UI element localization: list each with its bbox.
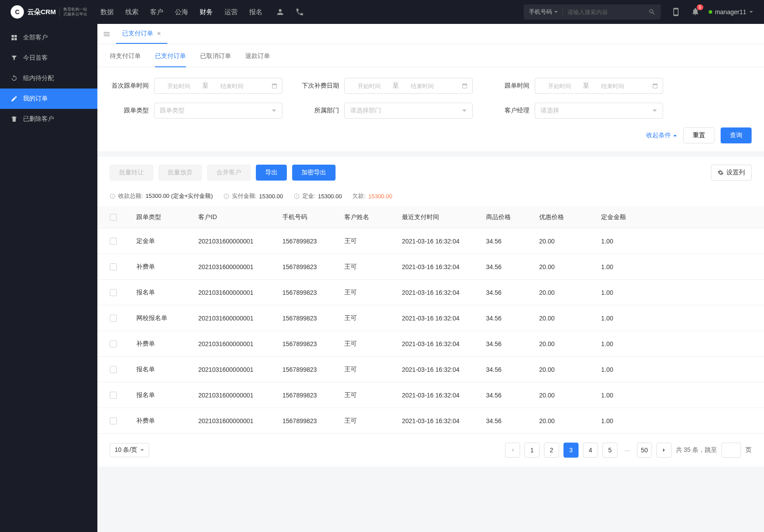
select-all-checkbox[interactable] <box>110 214 117 221</box>
jump-page-input[interactable] <box>722 443 741 458</box>
date-start-input[interactable] <box>540 83 579 89</box>
search-group[interactable]: 手机号码 <box>524 4 661 19</box>
prev-page-button[interactable] <box>505 443 520 458</box>
batch-transfer-button[interactable]: 批量转让 <box>110 165 153 181</box>
date-end-input[interactable] <box>593 83 633 89</box>
table-row[interactable]: 报名单 2021031600000001 1567899823 王可 2021-… <box>97 382 764 408</box>
notification-bell[interactable]: 5 <box>691 7 700 17</box>
logo[interactable]: C 云朵CRM 教育机构一站 式服务云平台 <box>11 5 87 19</box>
date-end-input[interactable] <box>402 83 442 89</box>
sub-tab[interactable]: 已支付订单 <box>155 52 186 67</box>
user-icon[interactable] <box>276 8 285 16</box>
filter-label: 跟单类型 <box>110 107 149 115</box>
row-checkbox[interactable] <box>110 315 117 322</box>
sidebar-item[interactable]: 已删除客户 <box>0 109 97 129</box>
sub-tab[interactable]: 退款订单 <box>245 52 270 67</box>
sidebar-item[interactable]: 今日首客 <box>0 48 97 68</box>
set-columns-button[interactable]: 设置列 <box>711 165 752 181</box>
sidebar-item-label: 今日首客 <box>23 54 48 62</box>
reset-button[interactable]: 重置 <box>683 127 714 143</box>
menu-toggle-icon[interactable] <box>103 30 111 38</box>
col-header: 跟单类型 <box>136 213 198 221</box>
date-range-input[interactable]: 至 <box>154 78 282 94</box>
sub-tab[interactable]: 已取消订单 <box>200 52 231 67</box>
date-start-input[interactable] <box>159 83 199 89</box>
table-row[interactable]: 补费单 2021031600000001 1567899823 王可 2021-… <box>97 254 764 280</box>
table-row[interactable]: 报名单 2021031600000001 1567899823 王可 2021-… <box>97 357 764 382</box>
summary-value: 15300.00 <box>259 193 283 200</box>
user-menu[interactable]: manager11 <box>709 8 753 15</box>
close-icon[interactable]: ✕ <box>157 31 161 37</box>
search-input[interactable] <box>563 9 648 15</box>
collapse-filters-link[interactable]: 收起条件 <box>646 131 677 139</box>
page-button[interactable]: 1 <box>525 443 540 458</box>
table-row[interactable]: 补费单 2021031600000001 1567899823 王可 2021-… <box>97 408 764 434</box>
row-checkbox[interactable] <box>110 340 117 347</box>
row-checkbox[interactable] <box>110 392 117 399</box>
cell-type: 补费单 <box>136 263 198 271</box>
page-button[interactable]: 4 <box>583 443 598 458</box>
cell-price: 34.56 <box>486 263 539 270</box>
filter-label: 客户经理 <box>490 107 529 115</box>
summary-bar: 收款总额: 15300.00 (定金+实付金额) 实付金额: 15300.00 … <box>97 187 764 206</box>
date-end-input[interactable] <box>212 83 252 89</box>
row-checkbox[interactable] <box>110 238 117 245</box>
col-header: 定金金额 <box>601 213 654 221</box>
page-button[interactable]: 2 <box>544 443 559 458</box>
follow-type-select[interactable]: 跟单类型 <box>154 103 282 119</box>
file-tab[interactable]: 已支付订单 ✕ <box>116 24 167 44</box>
cell-type: 报名单 <box>136 391 198 399</box>
col-header: 优惠价格 <box>539 213 601 221</box>
nav-item[interactable]: 线索 <box>125 8 139 16</box>
table-row[interactable]: 补费单 2021031600000001 1567899823 王可 2021-… <box>97 331 764 357</box>
sidebar-item-label: 组内待分配 <box>23 74 54 82</box>
sub-tab[interactable]: 待支付订单 <box>110 52 141 67</box>
query-button[interactable]: 查询 <box>721 127 752 143</box>
cell-deposit: 1.00 <box>601 289 654 296</box>
date-start-input[interactable] <box>349 83 389 89</box>
table-row[interactable]: 定金单 2021031600000001 1567899823 王可 2021-… <box>97 228 764 254</box>
nav-item[interactable]: 财务 <box>200 8 213 16</box>
search-type-select[interactable]: 手机号码 <box>529 8 563 16</box>
row-checkbox[interactable] <box>110 289 117 296</box>
page-button-last[interactable]: 50 <box>637 443 652 458</box>
nav-item[interactable]: 公海 <box>175 8 188 16</box>
sidebar-item[interactable]: 我的订单 <box>0 89 97 109</box>
row-checkbox[interactable] <box>110 366 117 373</box>
date-sep: 至 <box>579 82 593 90</box>
merge-customer-button[interactable]: 合并客户 <box>207 165 251 181</box>
batch-abandon-button[interactable]: 批量放弃 <box>158 165 202 181</box>
nav-item[interactable]: 运营 <box>224 8 238 16</box>
nav-item[interactable]: 客户 <box>150 8 163 16</box>
nav-item[interactable]: 数据 <box>100 8 114 16</box>
summary-value: 15300.00 (定金+实付金额) <box>146 192 213 200</box>
date-range-input[interactable]: 至 <box>535 78 663 94</box>
cell-customer-id: 2021031600000001 <box>198 263 282 270</box>
phone-icon[interactable] <box>295 8 304 16</box>
next-page-button[interactable] <box>656 443 671 458</box>
row-checkbox[interactable] <box>110 417 117 424</box>
refresh-icon <box>11 75 18 82</box>
search-icon[interactable] <box>648 8 656 15</box>
export-button[interactable]: 导出 <box>256 165 287 181</box>
filter-label: 下次补费日期 <box>300 82 339 90</box>
cell-last-paid: 2021-03-16 16:32:04 <box>402 238 486 245</box>
cell-phone: 1567899823 <box>282 417 344 424</box>
manager-select[interactable]: 请选择 <box>535 103 663 119</box>
page-button[interactable]: 5 <box>602 443 617 458</box>
toolbar: 批量转让 批量放弃 合并客户 导出 加密导出 设置列 <box>97 157 764 187</box>
table-row[interactable]: 网校报名单 2021031600000001 1567899823 王可 202… <box>97 305 764 331</box>
row-checkbox[interactable] <box>110 263 117 270</box>
date-range-input[interactable]: 至 <box>344 78 473 94</box>
sidebar-item[interactable]: 组内待分配 <box>0 68 97 89</box>
nav-item[interactable]: 报名 <box>249 8 262 16</box>
device-icon[interactable] <box>671 8 680 16</box>
department-select[interactable]: 请选择部门 <box>344 103 473 119</box>
edit-icon <box>11 95 18 102</box>
encrypted-export-button[interactable]: 加密导出 <box>292 165 336 181</box>
table-row[interactable]: 报名单 2021031600000001 1567899823 王可 2021-… <box>97 280 764 305</box>
cell-name: 王可 <box>344 340 402 348</box>
page-button[interactable]: 3 <box>563 443 579 458</box>
sidebar-item[interactable]: 全部客户 <box>0 27 97 48</box>
page-size-select[interactable]: 10 条/页 <box>110 443 149 457</box>
